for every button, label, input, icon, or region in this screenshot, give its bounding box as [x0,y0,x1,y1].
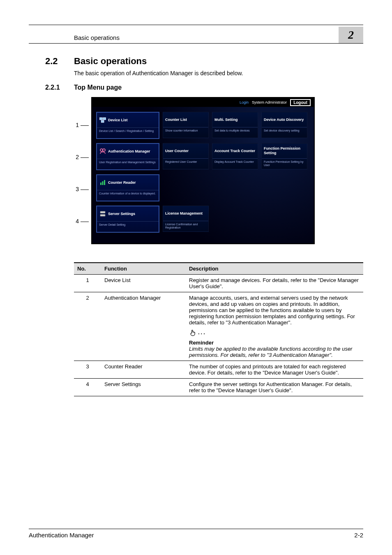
tile-function-permission-setting[interactable]: Function Permission SettingFunction Perm… [261,143,307,169]
tile-counter-list[interactable]: Counter ListShow counter information [163,112,209,138]
svg-rect-1 [103,118,106,120]
tile-title: Counter Reader [108,180,136,185]
auth-manager-icon [99,148,106,155]
th-function: Function [101,263,186,275]
tile-subtitle: Device List / Search / Registration / Se… [97,128,159,138]
svg-rect-9 [100,215,105,217]
subsection-title: Top Menu page [74,84,122,91]
tile-counter-reader[interactable]: Counter ReaderCounter information of a d… [96,174,159,201]
table-row: 4Server SettingsConfigure the server set… [74,379,363,396]
callout-line [81,157,89,158]
cell-no: 2 [74,292,101,361]
logout-button[interactable]: Logout [290,99,311,106]
function-table: No. Function Description 1Device ListReg… [74,262,363,396]
table-row: 1Device ListRegister and manage devices.… [74,275,363,292]
svg-point-3 [100,149,103,151]
role-label: System Administrator [252,100,287,104]
tile-title: User Counter [163,143,208,159]
tile-title: Multi. Setting [212,112,258,127]
tile-subtitle: User Registration and Management Setting… [97,159,159,169]
reminder-icon [189,329,197,337]
section-heading: 2.2Basic operations [45,56,363,67]
chapter-badge: 2 [339,27,363,43]
callout-line [81,125,89,126]
callout-3: 3 [76,186,79,192]
login-label: Login [240,100,249,104]
svg-rect-8 [100,211,105,213]
callout-line [81,222,89,222]
tile-title: Server Settings [108,212,135,216]
cell-description: Configure the server settings for Authen… [186,379,363,396]
tile-license-management[interactable]: License ManagementLicense Confirmation a… [163,206,209,232]
tile-subtitle: Set device discovery setting [262,127,307,138]
callout-1: 1 [76,122,79,128]
page-footer: Authentication Manager 2-2 [29,529,363,539]
subsection-number: 2.2.1 [45,84,74,91]
cell-no: 4 [74,379,101,396]
top-menu-figure: 1 2 3 4 Login System Administrator Logou… [74,97,363,250]
callout-4: 4 [76,218,79,224]
tile-title: Device List [108,118,128,123]
counter-reader-icon [99,179,106,186]
callout-line [81,190,89,190]
th-description: Description [186,263,363,275]
tile-subtitle: Set data to multiple devices [212,127,258,138]
tile-subtitle: Registered User Counter [163,159,208,169]
tile-subtitle: Function Permission Setting by User [262,159,307,169]
screenshot-topbar: Login System Administrator Logout [92,98,314,107]
tile-title: Device Auto Discovery [262,112,307,127]
tile-subtitle: License Confirmation and Registration [163,221,208,231]
tile-title: Counter List [163,112,208,127]
tile-subtitle: Counter information of a device is displ… [97,190,159,201]
svg-rect-5 [100,183,101,185]
tile-subtitle: Display Account Track Counter [212,159,258,169]
footer-right: 2-2 [354,532,363,539]
cell-description: Manage accounts, users, and external ser… [186,292,363,361]
svg-rect-6 [102,181,104,185]
cell-function: Counter Reader [101,361,186,379]
table-row: 3Counter ReaderThe number of copies and … [74,361,363,379]
device-list-icon [99,116,106,124]
callout-column: 1 2 3 4 [74,97,89,250]
tile-title: License Management [163,206,208,221]
section-title: Basic operations [74,56,147,66]
cell-description: Register and manage devices. For details… [186,275,363,292]
tile-title: Account Track Counter [212,143,258,159]
tile-server-settings[interactable]: Server SettingsServer Detail Setting [96,206,159,233]
tile-subtitle: Server Detail Setting [97,222,159,232]
svg-rect-0 [100,118,103,120]
tile-title: Authentication Manager [108,149,150,154]
tile-device-list[interactable]: Device ListDevice List / Search / Regist… [96,112,159,139]
screenshot: Login System Administrator Logout Device… [91,97,315,244]
screenshot-body: Device ListDevice List / Search / Regist… [92,107,314,243]
th-no: No. [74,263,101,275]
tile-account-track-counter[interactable]: Account Track CounterDisplay Account Tra… [212,143,258,169]
cell-no: 1 [74,275,101,292]
cell-function: Device List [101,275,186,292]
table-row: 2Authentication ManagerManage accounts, … [74,292,363,361]
tile-subtitle: Show counter information [163,127,208,138]
svg-point-4 [103,149,105,151]
tile-user-counter[interactable]: User CounterRegistered User Counter [163,143,209,169]
svg-rect-2 [101,120,104,123]
svg-rect-7 [104,180,105,185]
section-number: 2.2 [45,56,74,67]
running-header: Basic operations [74,34,120,41]
reminder-title: Reminder [189,340,360,346]
cell-function: Authentication Manager [101,292,186,361]
tile-device-auto-discovery[interactable]: Device Auto DiscoverySet device discover… [261,112,307,138]
callout-2: 2 [76,154,79,160]
footer-left: Authentication Manager [29,532,94,539]
cell-function: Server Settings [101,379,186,396]
tile-authentication-manager[interactable]: Authentication ManagerUser Registration … [96,143,159,170]
reminder-body: Limits may be applied to the available f… [189,346,360,358]
section-intro: The basic operation of Authentication Ma… [74,70,363,76]
tile-multi-setting[interactable]: Multi. SettingSet data to multiple devic… [212,112,258,138]
subsection-heading: 2.2.1Top Menu page [45,84,363,91]
server-settings-icon [99,210,106,217]
cell-no: 3 [74,361,101,379]
tile-title: Function Permission Setting [262,143,307,159]
cell-description: The number of copies and printouts are t… [186,361,363,379]
